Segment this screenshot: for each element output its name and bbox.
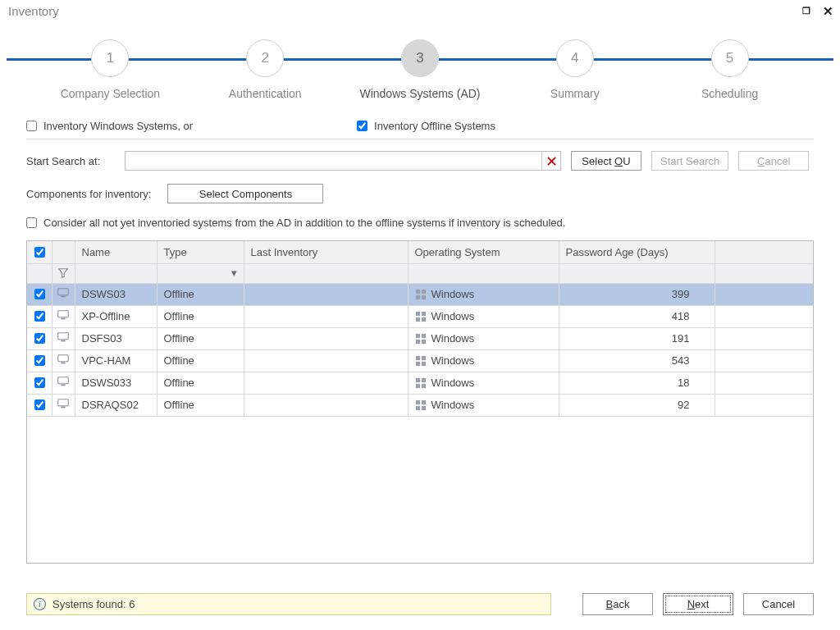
row-lastinv <box>244 394 408 416</box>
svg-rect-18 <box>415 339 419 343</box>
svg-rect-16 <box>415 333 419 337</box>
svg-rect-29 <box>421 377 425 381</box>
row-checkbox[interactable] <box>34 311 45 322</box>
inventory-windows-input[interactable] <box>26 121 37 131</box>
step-number: 4 <box>556 39 594 77</box>
computer-icon <box>57 376 70 387</box>
step-1[interactable]: 1 Company Selection <box>33 30 188 100</box>
windows-logo-icon <box>415 289 427 300</box>
lastinv-col-header[interactable]: Last Inventory <box>244 241 408 263</box>
svg-rect-37 <box>421 405 425 409</box>
windows-logo-icon <box>415 377 427 389</box>
row-os: Windows <box>408 283 559 305</box>
step-number: 3 <box>401 39 439 77</box>
svg-rect-12 <box>415 317 419 321</box>
svg-rect-25 <box>421 361 425 365</box>
search-input[interactable] <box>126 152 541 170</box>
row-type: Offline <box>157 372 244 394</box>
select-all-checkbox[interactable] <box>34 247 45 258</box>
step-3[interactable]: 3 Windows Systems (AD) <box>343 30 498 100</box>
svg-rect-15 <box>61 340 65 342</box>
table-row[interactable]: VPC-HAMOfflineWindows543 <box>27 349 813 372</box>
step-number: 1 <box>91 39 129 77</box>
consider-checkbox[interactable]: Consider all not yet inventoried systems… <box>26 217 814 229</box>
wizard-steps: 1 Company Selection 2 Authentication 3 W… <box>0 30 840 100</box>
row-icon-cell <box>52 349 75 372</box>
select-components-button[interactable]: Select Components <box>167 184 323 203</box>
row-checkbox[interactable] <box>34 377 45 388</box>
inventory-offline-systems-checkbox[interactable]: Inventory Offline Systems <box>357 120 495 132</box>
svg-rect-33 <box>61 407 65 409</box>
svg-rect-8 <box>58 311 68 317</box>
row-type: Offline <box>157 283 244 305</box>
next-button[interactable]: Next <box>663 593 733 615</box>
cancel-button[interactable]: Cancel <box>743 593 814 615</box>
name-col-header[interactable]: Name <box>75 241 157 263</box>
start-search-button[interactable]: Start Search <box>651 151 728 171</box>
mode-checkboxes: Inventory Windows Systems, or Inventory … <box>26 120 814 132</box>
svg-rect-19 <box>421 339 425 343</box>
inventory-windows-systems-checkbox[interactable]: Inventory Windows Systems, or <box>26 120 193 132</box>
grid-header-row: Name Type Last Inventory Operating Syste… <box>27 241 813 263</box>
table-row[interactable]: DSFS03OfflineWindows191 <box>27 327 813 349</box>
row-icon-cell <box>52 372 75 394</box>
row-icon-cell <box>52 283 75 305</box>
back-button[interactable]: Back <box>582 593 653 615</box>
row-checkbox[interactable] <box>34 355 45 366</box>
close-icon[interactable]: ✕ <box>820 3 835 18</box>
filter-type[interactable]: ▾ <box>157 263 244 283</box>
select-all-header[interactable] <box>27 241 52 263</box>
svg-rect-34 <box>415 399 419 404</box>
row-lastinv <box>244 372 408 394</box>
dropdown-arrow-icon: ▾ <box>231 267 239 279</box>
type-col-header[interactable]: Type <box>157 241 244 263</box>
table-row[interactable]: XP-OfflineOfflineWindows418 <box>27 305 813 327</box>
filter-age[interactable] <box>559 263 714 283</box>
search-input-group <box>125 151 561 171</box>
select-ou-button[interactable]: Select OU <box>571 151 641 171</box>
row-icon-cell <box>52 394 75 416</box>
os-col-header[interactable]: Operating System <box>408 241 559 263</box>
step-2[interactable]: 2 Authentication <box>188 30 343 100</box>
row-icon-cell <box>52 305 75 327</box>
svg-rect-10 <box>415 311 419 315</box>
row-type: Offline <box>157 349 244 372</box>
filter-icon <box>57 267 69 279</box>
x-icon <box>547 157 556 166</box>
clear-search-button[interactable] <box>541 152 560 170</box>
table-row[interactable]: DSWS033OfflineWindows18 <box>27 372 813 394</box>
table-row[interactable]: DSWS03OfflineWindows399 <box>27 283 813 305</box>
filter-lastinv[interactable] <box>244 263 408 283</box>
grid-filter-row: ▾ <box>27 263 813 283</box>
step-5[interactable]: 5 Scheduling <box>652 30 807 100</box>
filter-name[interactable] <box>75 263 157 283</box>
window-buttons: ❐ ✕ <box>799 3 835 18</box>
windows-logo-icon <box>415 333 427 345</box>
row-os: Windows <box>408 327 559 349</box>
age-col-header[interactable]: Password Age (Days) <box>559 241 714 263</box>
maximize-icon[interactable]: ❐ <box>799 3 814 18</box>
row-checkbox[interactable] <box>34 333 45 344</box>
row-checkbox[interactable] <box>34 399 45 410</box>
row-os: Windows <box>408 372 559 394</box>
consider-input[interactable] <box>26 217 37 228</box>
wizard-footer-buttons: Back Next Cancel <box>582 593 814 615</box>
inventory-offline-input[interactable] <box>357 121 368 131</box>
step-4[interactable]: 4 Summary <box>497 30 652 100</box>
computer-icon <box>57 331 70 343</box>
row-os: Windows <box>408 349 559 372</box>
wizard-wrap: 1 Company Selection 2 Authentication 3 W… <box>0 21 840 120</box>
row-age: 191 <box>559 327 714 349</box>
table-row[interactable]: DSRAQS02OfflineWindows92 <box>27 394 813 416</box>
computer-icon <box>57 354 70 365</box>
filter-icon-cell[interactable] <box>52 263 75 283</box>
window-title: Inventory <box>8 4 59 18</box>
windows-logo-icon <box>415 355 427 367</box>
row-os: Windows <box>408 305 559 327</box>
row-age: 399 <box>559 283 714 305</box>
svg-rect-9 <box>61 318 65 320</box>
row-checkbox[interactable] <box>34 289 45 299</box>
filter-os[interactable] <box>408 263 559 283</box>
checkbox-label: Inventory Windows Systems, or <box>43 120 193 132</box>
cancel-search-button[interactable]: Cancel <box>738 151 809 171</box>
